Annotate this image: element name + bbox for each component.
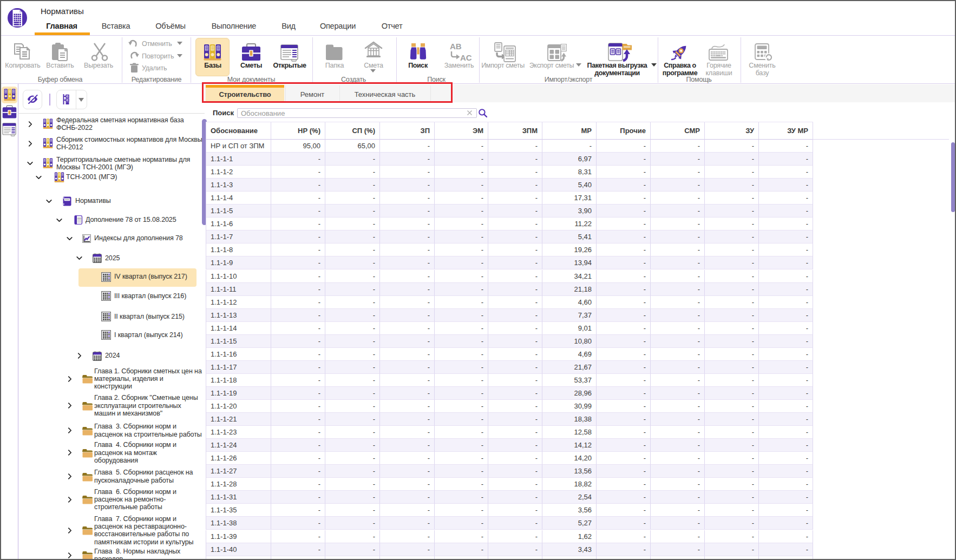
svg-text:AB: AB	[450, 42, 462, 51]
svg-text:AC: AC	[460, 53, 472, 62]
